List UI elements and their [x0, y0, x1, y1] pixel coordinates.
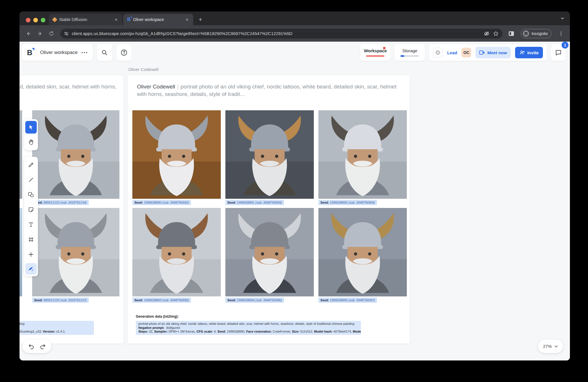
- tab-search-chevron-icon[interactable]: [560, 16, 565, 21]
- comments-button[interactable]: 1: [551, 44, 566, 61]
- tool-group-create: [24, 157, 38, 276]
- generation-data-heading: Generation data (txt2img):: [136, 315, 179, 319]
- canvas-panel-main[interactable]: Oliver Codewell|portrait photo of an old…: [127, 75, 410, 344]
- panel-author-label: Oliver Codewell: [128, 67, 158, 72]
- seed-label[interactable]: Seed: 1996638890 (sub: 3948756992): [132, 200, 191, 205]
- sticky-note-icon: [28, 207, 34, 213]
- title-divider: |: [175, 84, 181, 90]
- tab-title: Stable Diffusion: [59, 17, 111, 22]
- address-bar[interactable]: client.apps.us.bluescape.com/pv-hzqGb_A1…: [60, 29, 502, 38]
- window-close-button[interactable]: [26, 18, 30, 22]
- more-options-icon[interactable]: [81, 52, 88, 53]
- tab-close-icon[interactable]: ✕: [113, 17, 119, 22]
- workspace-name: Oliver workspace: [40, 50, 78, 55]
- seed-label[interactable]: Seed: 1996638891 (sub: 3948756993): [225, 200, 284, 205]
- new-tab-button[interactable]: +: [196, 15, 205, 24]
- bookmark-star-icon[interactable]: [493, 30, 499, 37]
- incognito-icon: [523, 30, 529, 37]
- viking-portrait-image: [132, 110, 221, 199]
- browser-menu-icon[interactable]: [557, 29, 565, 38]
- generation-prompt-fragment: ese painting: [20, 322, 91, 326]
- generated-image[interactable]: Seed: 1996638895 (sub: 3948756997): [318, 208, 407, 303]
- undo-icon[interactable]: [28, 344, 34, 349]
- seed-label[interactable]: Seed: 1996638892 (sub: 3948756994): [318, 200, 377, 205]
- window-minimize-button[interactable]: [33, 18, 38, 22]
- tool-draw[interactable]: [25, 159, 37, 171]
- url-text[interactable]: client.apps.us.bluescape.com/pv-hzqGb_A1…: [72, 31, 481, 36]
- tab-stable-diffusion[interactable]: Stable Diffusion ✕: [49, 14, 122, 25]
- viking-portrait-image: [32, 110, 119, 199]
- generated-image[interactable]: Seed: 1996638893 (sub: 3948756995): [132, 208, 221, 303]
- help-button[interactable]: [116, 44, 132, 61]
- eye-off-icon[interactable]: [483, 30, 490, 37]
- panel-title-clipped: d, detailed skin, scar, helmet with horn…: [20, 83, 123, 90]
- tool-line[interactable]: [25, 173, 37, 186]
- generated-image-clipped[interactable]: [20, 110, 22, 199]
- side-panel-icon[interactable]: [507, 29, 516, 38]
- tool-group-pointer: [24, 119, 38, 150]
- reload-button[interactable]: [47, 29, 56, 38]
- generated-image[interactable]: Seed: 880612123 (sub: 2029751134): [32, 110, 119, 205]
- avatar[interactable]: OC: [461, 48, 471, 57]
- back-button[interactable]: [24, 29, 33, 38]
- storage-tab-label: Storage: [402, 48, 417, 53]
- seed-label[interactable]: Seed: 1996638893 (sub: 3948756995): [132, 298, 191, 303]
- tab-oliver-workspace[interactable]: B Oliver workspace ✕: [123, 14, 193, 25]
- comments-count-badge: 1: [562, 42, 568, 49]
- redo-icon[interactable]: [40, 344, 46, 349]
- zoom-control[interactable]: 27%: [538, 339, 563, 353]
- magic-sparkle-button[interactable]: [433, 48, 443, 57]
- frame-icon: [28, 237, 34, 242]
- seed-label[interactable]: Seed: 1996638894 (sub: 3948756996): [225, 298, 284, 303]
- tool-pan[interactable]: [25, 136, 37, 148]
- seed-label[interactable]: Seed: 880612126 (sub: 2029751137): [32, 298, 89, 303]
- viking-portrait-image: [318, 208, 407, 296]
- generated-image[interactable]: Seed: 1996638891 (sub: 3948756993): [225, 110, 314, 205]
- viking-portrait-image: [318, 110, 407, 199]
- text-icon: [28, 222, 34, 227]
- site-settings-icon[interactable]: [64, 31, 69, 36]
- generated-image[interactable]: Seed: 1996638890 (sub: 3948756992): [132, 110, 221, 205]
- help-icon: [121, 49, 127, 56]
- tool-sticky-note[interactable]: [25, 203, 37, 216]
- generation-data-box-clipped[interactable]: ese painting Model: 3Guofeng3_v33, Versi…: [20, 321, 94, 335]
- viking-portrait-image: [225, 110, 314, 199]
- tab-workspace[interactable]: Workspace: [360, 44, 390, 61]
- viking-portrait-image: [32, 208, 119, 296]
- window-zoom-button[interactable]: [41, 18, 45, 22]
- seed-label[interactable]: Seed: 880612123 (sub: 2029751134): [32, 200, 89, 205]
- bluescape-logo: B: [27, 48, 32, 57]
- generation-data-box[interactable]: portrait photo of an old viking chief, n…: [136, 321, 361, 335]
- tool-add[interactable]: [25, 248, 37, 261]
- chat-bubble-icon: [555, 49, 562, 56]
- divider: [36, 49, 36, 56]
- tab-title: Oliver workspace: [133, 17, 182, 22]
- generated-image[interactable]: Seed: 1996638892 (sub: 3948756994): [318, 110, 407, 205]
- panel-title: Oliver Codewell|portrait photo of an old…: [137, 83, 402, 98]
- generated-image-clipped[interactable]: [20, 208, 22, 296]
- presence-user-lead[interactable]: Lead: [447, 50, 457, 55]
- tool-shape[interactable]: [25, 188, 37, 201]
- line-icon: [28, 177, 34, 183]
- workspace-switcher[interactable]: B Oliver workspace: [22, 44, 93, 61]
- tool-ai-assistant[interactable]: [25, 263, 37, 275]
- pen-icon: [28, 162, 34, 168]
- search-button[interactable]: [97, 44, 112, 61]
- forward-button[interactable]: [36, 29, 44, 38]
- macos-traffic-lights: [26, 18, 45, 22]
- generated-image[interactable]: Seed: 880612126 (sub: 2029751137): [32, 208, 119, 303]
- seed-label[interactable]: Seed: 1996638895 (sub: 3948756997): [318, 298, 377, 303]
- invite-button[interactable]: Invite: [515, 47, 543, 58]
- tab-close-icon[interactable]: ✕: [184, 17, 190, 22]
- tab-storage[interactable]: Storage: [394, 44, 425, 61]
- tool-select[interactable]: [25, 121, 37, 134]
- generated-image[interactable]: Seed: 1996638894 (sub: 3948756996): [225, 208, 314, 303]
- viking-portrait-image: [225, 208, 314, 296]
- meet-now-button[interactable]: Meet now: [475, 47, 510, 58]
- tool-text[interactable]: [25, 218, 37, 231]
- search-icon: [101, 49, 108, 56]
- invite-people-icon: [519, 50, 525, 55]
- tool-frame[interactable]: [25, 233, 37, 246]
- generation-params: Steps: 32, Sampler: DPM++ 2M Karras, CFG…: [138, 330, 358, 334]
- incognito-badge: Incognito: [521, 29, 552, 38]
